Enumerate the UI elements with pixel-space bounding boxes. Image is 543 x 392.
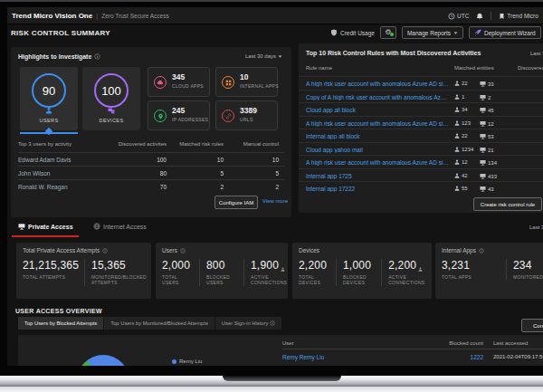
card-users: Users 2,000 TOTAL USERS 800 BLOCKED USER… — [156, 243, 288, 299]
rule-name-link[interactable]: Cloud app yahoo mail — [306, 147, 363, 153]
app-title: Trend Micro Vision One — [12, 12, 92, 20]
view-more-link[interactable]: View more — [262, 198, 288, 204]
access-period-dropdown[interactable]: Last 30 days — [529, 225, 543, 230]
stat-total-attempts: 21,215,365 TOTAL ATTEMPTS — [23, 259, 78, 286]
stat-total-users: 2,000 TOTAL USERS — [162, 259, 193, 286]
info-icon[interactable] — [102, 248, 108, 253]
bookmark-menu[interactable]: Trend Micro — [499, 13, 538, 20]
notifications-bell-icon[interactable] — [476, 13, 483, 20]
rule-name-link[interactable]: Cloud app all block — [306, 107, 356, 113]
highlight-card-ip-addresses[interactable]: 245 IP ADDRESSES — [148, 100, 210, 130]
laptop-mockup: Trend Micro Vision One | Zero Trust Secu… — [0, 0, 543, 392]
devices-ring: 100 — [94, 73, 129, 108]
tab-private-access[interactable]: Private Access — [18, 223, 73, 230]
highlight-card-cloud-apps[interactable]: 345 CLOUD APPS — [148, 67, 210, 97]
tab-top-users-blocked[interactable]: Top Users by Blocked Attempts — [18, 317, 104, 330]
highlight-card-users[interactable]: 90 USERS — [20, 67, 78, 130]
configure-button[interactable]: Configure — [521, 319, 543, 332]
column-header-user: Top 3 users by activity — [18, 141, 71, 147]
column-header-discovered: Discovered activites — [110, 141, 167, 147]
rule-name-link[interactable]: A high risk user account with anomalous … — [306, 120, 449, 127]
user-icon — [454, 186, 460, 191]
screen: Trend Micro Vision One | Zero Trust Secu… — [7, 7, 543, 366]
column-header-matched: Matched risk rules — [178, 141, 224, 147]
top-rules-period-dropdown[interactable]: Last 30 days — [530, 51, 543, 56]
user-icon — [454, 81, 460, 86]
column-header-manual: Manual control — [233, 141, 279, 147]
devices-icon — [108, 107, 115, 114]
highlights-panel: Highlights to Investigate Last 30 days 9… — [11, 47, 291, 217]
rule-name-link[interactable]: A high risk user account with anomalous … — [306, 159, 449, 166]
user-icon — [454, 120, 460, 126]
highlights-period-dropdown[interactable]: Last 30 days — [245, 53, 282, 59]
create-risk-control-rule-button[interactable]: Create risk control rule — [473, 197, 542, 211]
cloud-icon — [154, 76, 167, 89]
top-rules-panel: Top 10 Risk Control Rules with Most Disc… — [299, 43, 543, 213]
card-title: Devices — [299, 247, 425, 253]
timezone-display[interactable]: UTC — [448, 13, 469, 20]
rule-row: A high risk user account with anomalous … — [299, 155, 543, 169]
tab-user-sign-in-history[interactable]: User Sign-in History — [215, 317, 283, 330]
card-title: Total Private Access Attempts — [23, 247, 145, 253]
rule-row: Internal app 17222 55 43 — [299, 181, 543, 196]
user-access-tabs: Top Users by Blocked Attempts Top Users … — [18, 317, 282, 330]
device-icon — [480, 133, 486, 139]
top-rules-title: Top 10 Risk Control Rules with Most Disc… — [306, 50, 481, 56]
device-icon — [480, 94, 486, 100]
device-icon — [480, 107, 486, 113]
user-link[interactable]: Remy Remy Liu — [282, 354, 324, 360]
active-connections-icon — [418, 267, 423, 272]
settings-button[interactable]: ⚙ — [380, 26, 396, 39]
card-title: Users — [162, 247, 281, 253]
table-row[interactable]: Ronald W. Reagan 70 2 2 — [18, 179, 284, 194]
highlight-card-internal-apps[interactable]: 10 INTERNAL APPS — [215, 67, 278, 97]
apps-grid-icon — [222, 76, 234, 89]
device-icon — [480, 159, 486, 166]
manage-reports-button[interactable]: Manage Reports — [402, 26, 463, 39]
stat-total-apps: 3,231 TOTAL APPS — [442, 259, 500, 280]
info-icon[interactable] — [94, 53, 100, 60]
stat-monitored-blocked: 234 MONITORED/BLOCKED — [506, 259, 543, 280]
column-header-last-accessed: Last accessed — [493, 340, 528, 346]
info-icon — [270, 320, 275, 326]
column-header-matched-entities: Matched entities — [454, 65, 494, 71]
device-icon — [480, 173, 486, 179]
highlight-card-devices[interactable]: 100 DEVICES — [82, 67, 140, 130]
device-icon — [480, 186, 486, 192]
table-row[interactable]: Edward Adam Davis 100 10 10 — [18, 152, 284, 167]
bookmark-icon — [499, 13, 505, 20]
rule-row: Internal app all block 22 53 — [299, 129, 543, 143]
stat-monitored-blocked-attempts: 15,365 MONITORED/BLOCKED ATTEMPTS — [84, 259, 145, 286]
rule-name-link[interactable]: Copy of A high risk user account with an… — [306, 94, 449, 100]
deployment-wizard-button[interactable]: Deployment Wizard — [469, 26, 541, 39]
rule-name-link[interactable]: Internal app all block — [306, 133, 360, 139]
tab-internet-access[interactable]: Internet Access — [93, 223, 147, 230]
stat-active-connections: 2,200 ACTIVE CONNECTIONS — [381, 259, 425, 286]
tab-top-users-monitored-blocked[interactable]: Top Users by Monitored/Blocked Attempts — [104, 317, 215, 330]
rule-name-link[interactable]: Internal app 1725 — [306, 173, 352, 179]
active-tab-underline — [12, 235, 79, 237]
blocked-count-link[interactable]: 1222 — [405, 354, 483, 360]
highlights-title-row: Highlights to Investigate — [18, 53, 100, 60]
rule-name-link[interactable]: Internal app 17222 — [306, 186, 355, 192]
legend-dot — [172, 359, 176, 364]
highlight-card-urls[interactable]: 3389 URLS — [215, 100, 278, 130]
toolbar: Credit Usage ⚙ Manage Reports Deployment… — [330, 26, 543, 39]
configure-iam-button[interactable]: Configure IAM — [214, 196, 258, 209]
card-internal-apps: Internal Apps 3,231 TOTAL APPS 234 MONIT… — [435, 243, 543, 299]
monitor-icon — [18, 223, 25, 230]
table-row[interactable]: John Wilson 80 5 5 — [18, 166, 284, 180]
laptop-notch — [223, 376, 341, 381]
credit-usage-button[interactable]: Credit Usage — [330, 29, 375, 36]
blocked-attempts-pie-chart[interactable] — [77, 355, 129, 366]
laptop-top-edge — [0, 0, 543, 2]
pie-legend-item[interactable]: Remy Liu — [172, 359, 202, 364]
rule-name-link[interactable]: A high risk user account with anomalous … — [306, 81, 449, 87]
card-total-private-access-attempts: Total Private Access Attempts 21,215,365… — [16, 243, 151, 299]
info-icon[interactable] — [180, 248, 186, 253]
device-icon — [480, 147, 486, 153]
rule-row: A high risk user account with anomalous … — [299, 76, 543, 91]
titlebar: Trend Micro Vision One | Zero Trust Secu… — [7, 7, 543, 24]
user-access-overview-title: USER ACCESS OVERVIEW — [15, 308, 102, 314]
info-icon[interactable] — [479, 248, 484, 253]
